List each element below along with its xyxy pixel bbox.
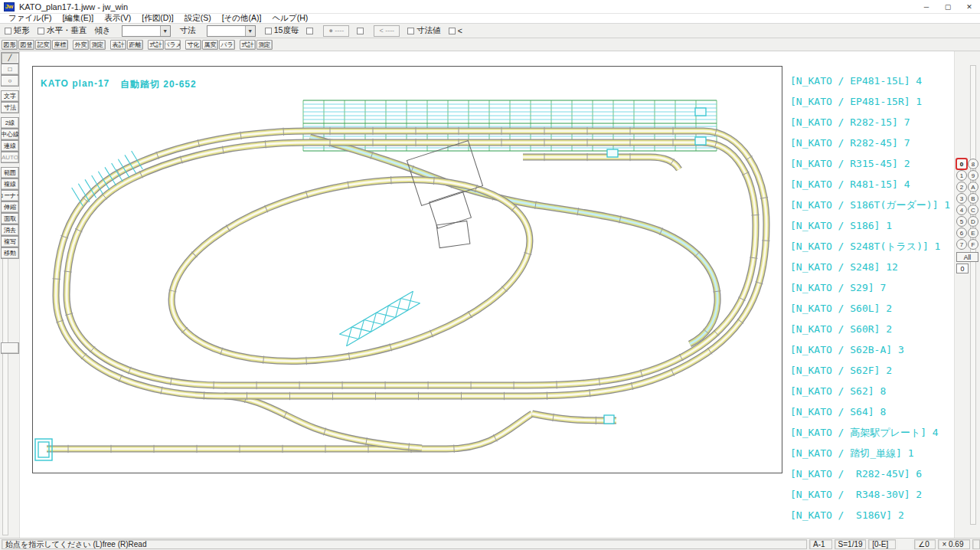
tool-button-1-1[interactable]: 寸法 xyxy=(1,102,19,113)
layer-button-B[interactable]: B xyxy=(968,193,978,204)
menu-item[interactable]: [その他(A)] xyxy=(217,13,267,24)
tool-button-3-0[interactable]: 範囲 xyxy=(1,167,19,178)
tool-button-3-1[interactable]: 複線 xyxy=(1,178,19,190)
tool-button-3-3[interactable]: 伸縮 xyxy=(1,201,19,213)
dimension-value-checkbox[interactable]: 寸法値 xyxy=(407,25,441,36)
checkbox-icon[interactable] xyxy=(306,28,313,34)
layer-button-9[interactable]: 9 xyxy=(968,170,978,181)
checkbox-icon[interactable] xyxy=(265,28,272,34)
layer-button-8[interactable]: 8 xyxy=(968,159,978,169)
tool-button-0-2[interactable]: ○ xyxy=(1,75,19,87)
layer-button-2[interactable]: 2 xyxy=(956,182,967,192)
zoom-indicator[interactable]: × 0.69 xyxy=(938,539,970,549)
tool-button-2-3[interactable]: AUTO xyxy=(1,152,19,163)
arrow-line-style-button[interactable]: < ---- xyxy=(374,25,400,37)
toolbar-button[interactable]: 測定 xyxy=(256,40,273,50)
parts-list-item: [N_KATO / S60R] 2 xyxy=(790,319,952,339)
layer-button-C[interactable]: C xyxy=(968,205,978,215)
layer-row: 5D xyxy=(956,216,980,227)
toolbar-button[interactable]: パラ xyxy=(219,40,235,50)
chevron-down-icon[interactable]: ▼ xyxy=(245,26,255,36)
parts-list-item: [N_KATO / R282-45V] 6 xyxy=(790,463,952,484)
parts-list-item: [N_KATO / R282-45] 7 xyxy=(790,133,952,153)
tool-button-1-0[interactable]: 文字 xyxy=(1,90,19,102)
minimize-button[interactable]: ─ xyxy=(916,0,937,14)
tool-button-3-2[interactable]: コーナー xyxy=(1,190,19,201)
checkbox-icon[interactable] xyxy=(38,28,44,34)
toolbar-button[interactable]: 図登 xyxy=(18,40,34,50)
horizontal-vertical-checkbox[interactable]: 水平・垂直 xyxy=(38,25,87,36)
menu-item[interactable]: ヘルプ(H) xyxy=(267,13,314,24)
layer-group-indicator[interactable]: 0 xyxy=(956,264,969,273)
layer-all-button[interactable]: All xyxy=(956,252,978,262)
layer-button-A[interactable]: A xyxy=(968,182,978,192)
toolbar-button[interactable]: 距離 xyxy=(127,40,143,50)
layer-button-F[interactable]: F xyxy=(968,239,978,250)
toolbar-button[interactable]: 外変 xyxy=(73,40,89,50)
layer-button-1[interactable]: 1 xyxy=(956,170,967,181)
tool-button-2-0[interactable]: 2線 xyxy=(1,117,19,129)
toolbar-button[interactable]: パラメ xyxy=(165,40,181,50)
parts-list-item: [N_KATO / S62] 8 xyxy=(790,381,952,401)
parts-list-item: [N_KATO / S60L] 2 xyxy=(790,298,952,319)
rectangle-checkbox-label: 矩形 xyxy=(14,25,30,36)
toolbar-button[interactable]: 測定 xyxy=(90,40,106,50)
arrow-line-checkbox[interactable] xyxy=(357,28,366,34)
deg15-checkbox[interactable]: 15度毎 xyxy=(265,25,299,36)
close-button[interactable]: ✕ xyxy=(959,0,980,14)
tool-button-2-1[interactable]: 中心線 xyxy=(1,129,19,140)
menu-item[interactable]: [編集(E)] xyxy=(57,13,99,24)
checkbox-icon[interactable] xyxy=(5,28,11,34)
dot-line-style-button[interactable]: ● ---- xyxy=(323,25,349,37)
angle-indicator[interactable]: ∠0 xyxy=(914,539,936,549)
checkbox-icon[interactable] xyxy=(449,28,456,34)
layer-button-4[interactable]: 4 xyxy=(956,205,967,215)
menu-item[interactable]: 表示(V) xyxy=(99,13,136,24)
resize-grip[interactable] xyxy=(972,539,980,549)
dot-line-checkbox[interactable] xyxy=(306,28,315,34)
layer-button-E[interactable]: E xyxy=(968,228,978,238)
track-plan-drawing xyxy=(33,67,782,473)
layer-button-6[interactable]: 6 xyxy=(956,228,967,238)
paper-size-indicator[interactable]: A-1 xyxy=(809,539,832,549)
track-crossing-diagonal xyxy=(310,137,717,344)
tool-button-3-5[interactable]: 消去 xyxy=(1,224,19,236)
tool-button-3-4[interactable]: 面取 xyxy=(1,213,19,224)
slope-combo[interactable]: ▼ xyxy=(122,25,171,37)
maximize-button[interactable]: ▢ xyxy=(937,0,959,14)
tool-button-2-2[interactable]: 連線 xyxy=(1,140,19,152)
toolbar-button[interactable]: 式計 xyxy=(148,40,164,50)
layer-button-3[interactable]: 3 xyxy=(956,193,967,204)
toolbar-button[interactable]: 式計 xyxy=(240,40,256,50)
lt-label: < xyxy=(458,26,462,35)
dimension-combo[interactable]: ▼ xyxy=(207,25,256,37)
scale-indicator[interactable]: S=1/19 xyxy=(835,539,867,549)
menu-item[interactable]: 設定(S) xyxy=(179,13,217,24)
menu-item[interactable]: [作図(D)] xyxy=(136,13,178,24)
toolbar-button[interactable]: 記変 xyxy=(35,40,51,50)
tool-button-0-1[interactable]: □ xyxy=(1,64,19,75)
layer-button-D[interactable]: D xyxy=(968,216,978,227)
toolbar-button[interactable]: 図形 xyxy=(2,40,18,50)
layer-button-7[interactable]: 7 xyxy=(956,239,967,250)
menu-item[interactable]: ファイル(F) xyxy=(3,13,57,24)
right-scroll-strip[interactable] xyxy=(970,65,976,525)
toolbar-button[interactable]: 属変 xyxy=(202,40,218,50)
left-scroll-strip[interactable] xyxy=(2,258,8,535)
tool-button-3-6[interactable]: 複写 xyxy=(1,236,19,247)
chevron-down-icon[interactable]: ▼ xyxy=(160,26,170,36)
toolbar-button[interactable]: 表計 xyxy=(110,40,126,50)
lt-checkbox[interactable]: < xyxy=(449,26,462,35)
left-dock-blank-button[interactable] xyxy=(1,342,19,354)
cad-paper[interactable]: KATO plan-17 自動踏切 20-652 xyxy=(32,66,782,473)
tool-button-3-7[interactable]: 移動 xyxy=(1,247,19,259)
rectangle-checkbox[interactable]: 矩形 xyxy=(5,25,30,36)
checkbox-icon[interactable] xyxy=(407,28,414,34)
layer-button-0[interactable]: 0 xyxy=(956,159,967,169)
toolbar-button[interactable]: 座標 xyxy=(52,40,68,50)
layer-button-5[interactable]: 5 xyxy=(956,216,967,227)
layer-indicator[interactable]: [0-E] xyxy=(868,539,896,549)
tool-button-0-0[interactable]: ╱ xyxy=(1,52,19,64)
checkbox-icon[interactable] xyxy=(357,28,364,34)
toolbar-button[interactable]: 寸化 xyxy=(185,40,201,50)
